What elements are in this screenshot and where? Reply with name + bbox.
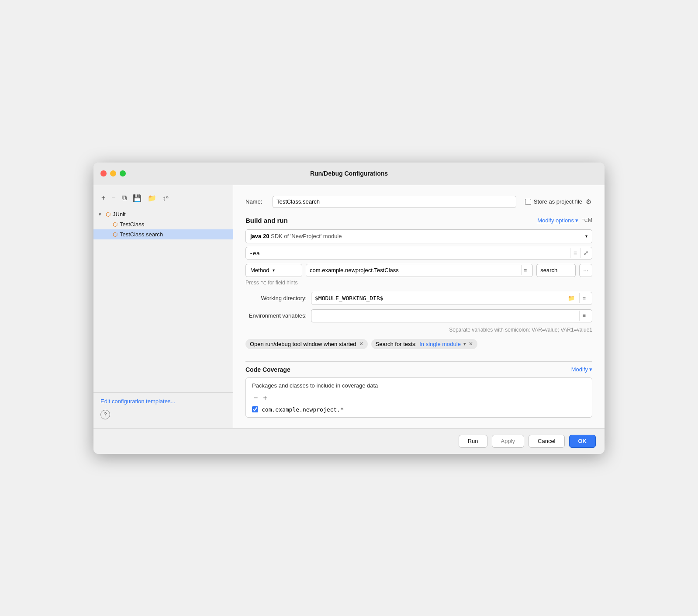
section-divider [245,361,592,362]
modify-button[interactable]: Modify ▾ [571,366,592,373]
env-variables-label: Environment variables: [245,312,307,319]
class-input[interactable] [310,267,519,273]
vm-options-fullscreen-icon[interactable]: ⤢ [580,248,592,258]
sdk-value: java 20 SDK of 'NewProject' module [250,233,342,239]
working-directory-label: Working directory: [245,295,307,301]
ok-button[interactable]: OK [569,435,596,448]
tag-search-tests: Search for tests: In single module ▾ ✕ [371,339,477,349]
tag-close-search-tests[interactable]: ✕ [469,341,473,347]
env-variables-expand-icon[interactable]: ≡ [579,311,588,321]
store-project-row: Store as project file ⚙ [525,197,592,207]
add-config-button[interactable]: + [99,192,108,204]
env-variables-field[interactable]: ≡ [311,309,592,322]
apply-button[interactable]: Apply [492,435,525,448]
tags-row: Open run/debug tool window when started … [245,339,592,349]
tag-label-search-tests: Search for tests: [376,341,417,347]
tag-open-window: Open run/debug tool window when started … [245,339,368,349]
sidebar-footer: Edit configuration templates... ? [93,392,233,425]
testclass-icon: ⬡ [113,221,117,228]
coverage-title: Code Coverage [245,366,290,373]
tag-dropdown-search-tests[interactable]: ▾ [463,341,466,347]
tree-item-testclass-search[interactable]: ⬡ TestClass.search [93,229,233,239]
modify-options-label: Modify options [537,217,574,224]
coverage-item-label: com.example.newproject.* [262,406,344,413]
copy-config-button[interactable]: ⧉ [119,192,129,204]
modify-options-shortcut: ⌥M [582,217,592,223]
sdk-suffix: SDK of 'NewProject' module [271,233,342,239]
coverage-header: Code Coverage Modify ▾ [245,366,592,373]
name-input[interactable] [273,196,516,208]
class-field[interactable]: ≡ [306,264,533,277]
chevron-down-icon: ▾ [99,211,106,217]
coverage-remove-button[interactable]: − [252,393,259,403]
sdk-dropdown[interactable]: java 20 SDK of 'NewProject' module ▾ [245,229,592,243]
traffic-lights [100,170,126,176]
modify-options-button[interactable]: Modify options ▾ [537,217,578,224]
working-directory-input[interactable] [315,295,563,301]
env-hint: Separate variables with semicolon: VAR=v… [245,327,592,333]
close-button[interactable] [100,170,107,176]
name-label: Name: [245,198,267,205]
remove-config-button[interactable]: − [109,192,118,204]
method-label: Method [250,267,269,273]
vm-options-field: ≡ ⤢ [245,247,592,260]
working-directory-field[interactable]: 📁 ≡ [311,292,592,305]
tag-close-open-window[interactable]: ✕ [359,341,363,347]
sdk-version: java 20 [250,233,269,239]
coverage-add-button[interactable]: + [261,393,269,403]
coverage-desc: Packages and classes to include in cover… [252,382,586,389]
tag-value-search-tests[interactable]: In single module [419,341,461,347]
method-field[interactable] [536,264,576,277]
run-button[interactable]: Run [459,435,487,448]
tree-item-junit[interactable]: ▾ ⬡ JUnit [93,209,233,219]
bottom-bar: Run Apply Cancel OK [93,428,605,454]
testclass-search-icon: ⬡ [113,231,117,238]
sidebar-toolbar: + − ⧉ 💾 📁 ↕ᵃ [93,189,233,209]
folder-config-button[interactable]: 📁 [145,192,159,204]
method-input[interactable] [540,267,567,273]
field-hints: Press ⌥ for field hints [245,280,592,286]
sidebar: + − ⧉ 💾 📁 ↕ᵃ ▾ ⬡ JUnit ⬡ TestClass ⬡ [93,185,233,428]
testclass-search-label: TestClass.search [120,231,163,238]
junit-icon: ⬡ [106,211,111,218]
sort-config-button[interactable]: ↕ᵃ [160,192,171,204]
coverage-box: Packages and classes to include in cover… [245,377,592,418]
method-dropdown[interactable]: Method ▾ [245,264,302,277]
maximize-button[interactable] [120,170,126,176]
method-browse-button[interactable]: ··· [579,264,592,277]
chevron-down-icon: ▾ [575,217,578,224]
working-directory-browse-icon[interactable]: 📁 [565,293,577,303]
env-variables-input[interactable] [315,312,577,319]
name-row: Name: Store as project file ⚙ [245,196,592,208]
titlebar: Run/Debug Configurations [93,163,605,185]
vm-options-expand-icon[interactable]: ≡ [570,248,580,258]
tag-label-open-window: Open run/debug tool window when started [250,341,356,347]
env-variables-row: Environment variables: ≡ [245,309,592,322]
gear-icon[interactable]: ⚙ [585,197,592,207]
method-chevron-icon: ▾ [273,268,275,273]
coverage-tools: − + [252,393,586,403]
class-browse-icon[interactable]: ≡ [521,265,529,275]
junit-label: JUnit [113,211,126,218]
main-content: + − ⧉ 💾 📁 ↕ᵃ ▾ ⬡ JUnit ⬡ TestClass ⬡ [93,185,605,428]
help-button[interactable]: ? [100,410,110,419]
working-directory-list-icon[interactable]: ≡ [579,293,588,303]
edit-templates-link[interactable]: Edit configuration templates... [100,398,175,405]
cancel-button[interactable]: Cancel [529,435,564,448]
testclass-label: TestClass [120,221,144,228]
store-project-checkbox[interactable] [525,199,531,205]
build-run-header: Build and run Modify options ▾ ⌥M [245,217,592,224]
vm-options-input[interactable] [246,247,570,259]
method-row: Method ▾ ≡ ··· [245,264,592,277]
sdk-chevron-icon: ▾ [585,234,587,239]
window-title: Run/Debug Configurations [310,170,388,177]
tree-item-testclass[interactable]: ⬡ TestClass [93,219,233,229]
save-config-button[interactable]: 💾 [130,192,144,204]
modify-chevron-icon: ▾ [589,366,592,373]
main-window: Run/Debug Configurations + − ⧉ 💾 📁 ↕ᵃ ▾ … [93,163,605,454]
coverage-item: com.example.newproject.* [252,406,586,413]
store-project-label: Store as project file [534,198,582,205]
coverage-item-checkbox[interactable] [252,406,258,412]
working-directory-row: Working directory: 📁 ≡ [245,292,592,305]
minimize-button[interactable] [110,170,116,176]
